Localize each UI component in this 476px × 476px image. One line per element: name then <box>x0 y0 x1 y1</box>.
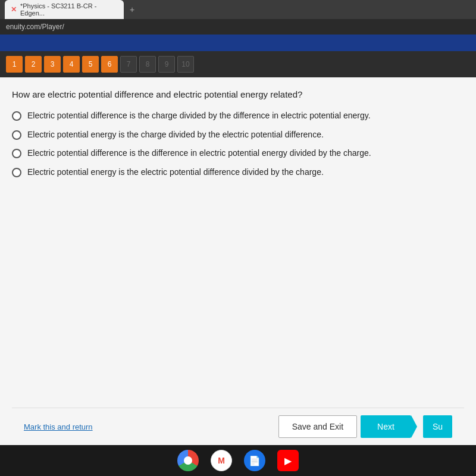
submit-button[interactable]: Su <box>423 415 452 438</box>
browser-bar: ✕ *Physics - SC3211 B-CR - Edgen... + <box>0 0 476 19</box>
answer-option-2[interactable]: Electric potential energy is the charge … <box>12 129 464 141</box>
question-nav-item-3[interactable]: 3 <box>44 56 61 73</box>
answer-option-1[interactable]: Electric potential difference is the cha… <box>12 110 464 122</box>
youtube-taskbar-icon[interactable]: ▶ <box>277 450 299 471</box>
address-bar: enuity.com/Player/ <box>0 19 476 35</box>
tab-title: *Physics - SC3211 B-CR - Edgen... <box>20 2 118 17</box>
mark-return-button[interactable]: Mark this and return <box>24 422 93 431</box>
question-nav-item-2[interactable]: 2 <box>25 56 42 73</box>
chrome-taskbar-icon[interactable] <box>177 450 199 471</box>
action-bar: Mark this and return Save and Exit Next … <box>12 408 464 445</box>
taskbar: M 📄 ▶ <box>0 445 476 476</box>
question-nav-item-5[interactable]: 5 <box>82 56 99 73</box>
next-button[interactable]: Next <box>361 415 411 438</box>
content-area: How are electric potential difference an… <box>0 77 476 445</box>
radio-button-1[interactable] <box>12 111 21 121</box>
radio-button-4[interactable] <box>12 168 21 177</box>
browser-tab[interactable]: ✕ *Physics - SC3211 B-CR - Edgen... <box>5 0 124 19</box>
url-text: enuity.com/Player/ <box>6 23 64 31</box>
question-nav-item-1[interactable]: 1 <box>6 56 23 73</box>
question-navigation: 1 2 3 4 5 6 7 8 9 10 <box>0 51 476 77</box>
top-banner <box>0 35 476 51</box>
tab-close-icon[interactable]: ✕ <box>11 5 17 14</box>
docs-taskbar-icon[interactable]: 📄 <box>244 450 265 471</box>
radio-button-2[interactable] <box>12 130 21 140</box>
question-nav-item-10[interactable]: 10 <box>177 56 194 73</box>
question-nav-item-9[interactable]: 9 <box>158 56 175 73</box>
option-text-3: Electric potential difference is the dif… <box>27 148 371 159</box>
question-nav-item-6[interactable]: 6 <box>101 56 118 73</box>
answer-option-4[interactable]: Electric potential energy is the electri… <box>12 167 464 178</box>
new-tab-button[interactable]: + <box>126 5 138 14</box>
save-exit-button[interactable]: Save and Exit <box>278 415 357 438</box>
radio-button-3[interactable] <box>12 149 21 158</box>
question-nav-item-8[interactable]: 8 <box>139 56 156 73</box>
action-buttons-group: Save and Exit Next Su <box>278 415 452 438</box>
option-text-1: Electric potential difference is the cha… <box>27 110 371 122</box>
question-nav-item-7[interactable]: 7 <box>120 56 137 73</box>
option-text-2: Electric potential energy is the charge … <box>27 129 324 141</box>
gmail-taskbar-icon[interactable]: M <box>211 450 232 471</box>
answer-option-3[interactable]: Electric potential difference is the dif… <box>12 148 464 159</box>
option-text-4: Electric potential energy is the electri… <box>27 167 324 178</box>
question-nav-item-4[interactable]: 4 <box>63 56 80 73</box>
question-text: How are electric potential difference an… <box>12 89 464 99</box>
